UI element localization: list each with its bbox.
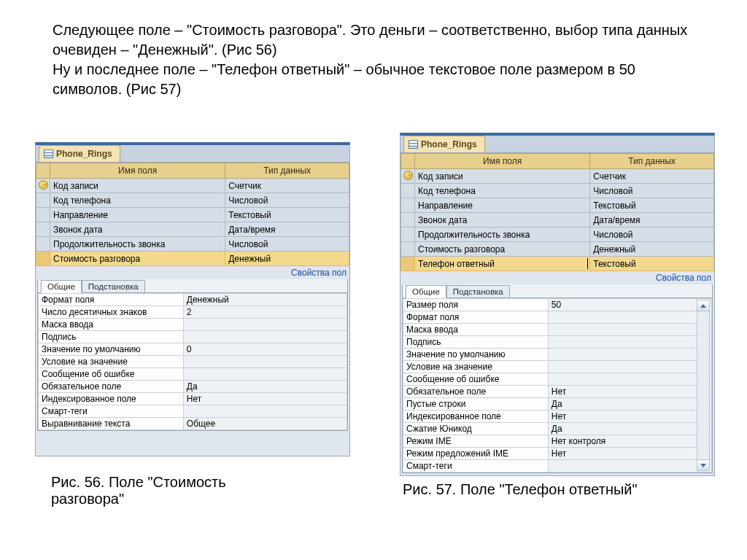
property-value[interactable] [548,460,711,472]
data-type-cell[interactable]: Денежный [590,242,714,257]
property-row[interactable]: Сжатие ЮникодДа [403,423,712,435]
field-row[interactable]: Продолжительность звонкаЧисловой [36,237,349,252]
property-row[interactable]: Размер поля50 [403,299,712,311]
data-type-cell[interactable]: Счетчик [590,169,714,184]
property-value[interactable]: 0 [183,343,347,356]
property-row[interactable]: Формат поля [403,311,712,324]
field-name-cell[interactable]: Звонок дата [415,213,590,228]
field-row[interactable]: Код записиСчетчик [401,169,714,184]
property-row[interactable]: Подпись [403,336,712,349]
property-value[interactable]: 50 [548,299,711,311]
field-row[interactable]: НаправлениеТекстовый [36,208,349,222]
row-selector[interactable] [36,222,50,237]
data-type-cell[interactable]: Числовой [225,193,349,208]
property-row[interactable]: Пустые строкиДа [403,398,712,411]
property-value[interactable] [548,361,711,373]
row-selector[interactable] [401,228,415,242]
property-row[interactable]: Обязательное полеДа [39,381,347,393]
property-value[interactable]: Нет [548,411,711,423]
data-type-cell[interactable]: Числовой [225,237,349,252]
scroll-down-button[interactable] [697,459,709,470]
field-name-cell[interactable]: Звонок дата [50,222,225,237]
data-type-cell[interactable]: Денежный [225,252,349,266]
property-row[interactable]: Маска ввода [403,324,712,336]
property-row[interactable]: Маска ввода [39,319,347,331]
property-row[interactable]: Сообщение об ошибке [403,373,712,386]
data-type-cell[interactable]: Дата/время [590,213,714,228]
row-selector[interactable] [401,257,415,271]
field-name-cell[interactable]: Код записи [50,179,225,193]
property-value[interactable]: Да [548,423,711,435]
row-selector[interactable] [401,169,415,184]
row-selector[interactable] [36,208,50,222]
row-selector[interactable] [36,179,50,193]
field-name-cell[interactable]: Код телефона [50,193,225,208]
property-value[interactable] [548,336,711,349]
property-value[interactable]: Денежный [183,294,347,306]
field-row[interactable]: Звонок датаДата/время [36,222,349,237]
data-type-cell[interactable]: Текстовый [590,257,714,271]
data-type-cell[interactable]: Числовой [590,184,714,198]
tab-general[interactable]: Общие [41,280,82,293]
property-value[interactable]: Нет контроля [548,435,711,448]
field-name-cell[interactable]: Код телефона [415,184,590,198]
property-value[interactable]: Да [548,398,711,411]
property-value[interactable] [548,349,711,361]
field-row[interactable]: Стоимость разговораДенежный [401,242,714,257]
field-name-cell[interactable]: Код записи [415,169,590,184]
field-name-cell[interactable]: Телефон ответный [415,257,590,271]
data-type-cell[interactable]: Текстовый [225,208,349,222]
field-name-cell[interactable]: Продолжительность звонка [415,228,590,242]
property-value[interactable] [183,331,347,343]
property-row[interactable]: Смарт-теги [39,405,347,418]
field-name-cell[interactable]: Направление [50,208,225,222]
field-row[interactable]: Код телефонаЧисловой [401,184,714,198]
property-row[interactable]: Подпись [39,331,347,343]
property-value[interactable] [548,311,711,324]
row-selector[interactable] [401,213,415,228]
property-row[interactable]: Условие на значение [39,356,347,368]
tab-lookup[interactable]: Подстановка [82,280,145,293]
scrollbar[interactable] [697,300,710,471]
property-row[interactable]: Сообщение об ошибке [39,368,347,381]
field-row[interactable]: Звонок датаДата/время [401,213,714,228]
tab-lookup[interactable]: Подстановка [446,285,510,298]
property-value[interactable] [183,319,347,331]
property-value[interactable]: 2 [183,306,347,319]
field-row[interactable]: Телефон ответныйТекстовый [401,257,714,271]
property-row[interactable]: Режим IMEНет контроля [403,435,712,448]
tab-general[interactable]: Общие [406,285,446,298]
property-row[interactable]: Индексированное полеНет [39,393,347,405]
field-row[interactable]: Код телефонаЧисловой [36,193,349,208]
object-tab-phone-rings[interactable]: Phone_Rings [39,145,120,162]
property-row[interactable]: Индексированное полеНет [403,411,712,423]
property-value[interactable] [183,405,347,418]
object-tab-phone-rings[interactable]: Phone_Rings [403,136,485,152]
property-row[interactable]: Значение по умолчанию [403,349,712,361]
row-selector[interactable] [401,184,415,198]
data-type-cell[interactable]: Счетчик [225,179,349,193]
data-type-cell[interactable]: Числовой [590,228,714,242]
row-selector[interactable] [36,237,50,252]
property-row[interactable]: Число десятичных знаков2 [39,306,347,319]
property-value[interactable]: Да [183,381,347,393]
field-row[interactable]: Стоимость разговораДенежный [36,252,349,266]
property-row[interactable]: Смарт-теги [403,460,712,472]
property-row[interactable]: Значение по умолчанию0 [39,343,347,356]
row-selector[interactable] [36,252,50,266]
field-name-cell[interactable]: Стоимость разговора [50,252,225,266]
field-row[interactable]: Код записиСчетчик [36,179,349,193]
data-type-cell[interactable]: Дата/время [225,222,349,237]
property-value[interactable] [548,324,711,336]
data-type-cell[interactable]: Текстовый [590,198,714,213]
field-row[interactable]: Продолжительность звонкаЧисловой [401,228,714,242]
field-name-cell[interactable]: Продолжительность звонка [50,237,225,252]
property-value[interactable] [183,368,347,381]
property-row[interactable]: Выравнивание текстаОбщее [39,418,347,430]
property-row[interactable]: Обязательное полеНет [403,386,712,398]
row-selector[interactable] [36,193,50,208]
property-value[interactable]: Нет [548,448,711,460]
property-value[interactable]: Нет [183,393,347,405]
property-row[interactable]: Формат поляДенежный [39,294,347,306]
property-value[interactable]: Общее [183,418,347,430]
